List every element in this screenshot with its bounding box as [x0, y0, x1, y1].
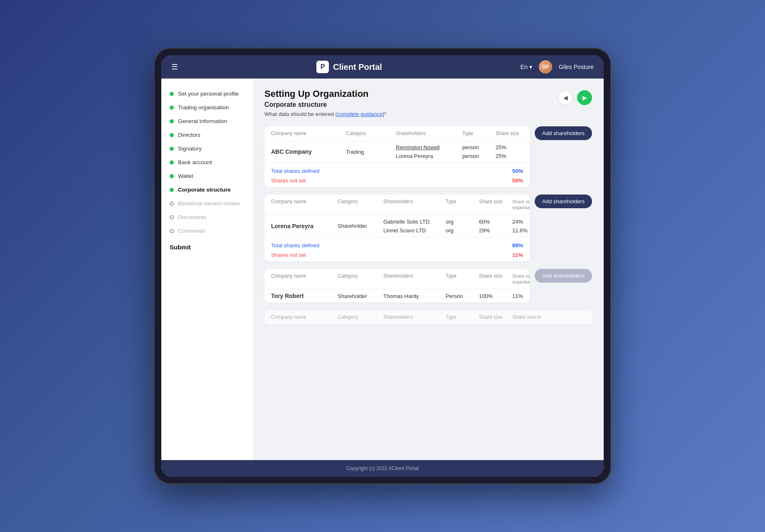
tablet-screen: ☰ P Client Portal En ▾ GP Giles Posture: [161, 55, 604, 477]
submit-label[interactable]: Submit: [161, 238, 253, 256]
nav-left: ☰: [171, 62, 178, 71]
col-type: Type: [446, 273, 479, 285]
share-tory: 100%: [479, 293, 512, 299]
shares-not-set-label: Shares not set: [271, 177, 306, 184]
footer-text: Copyright (c) 2022 #Client Portal: [346, 466, 419, 471]
col-share-size: Share size: [496, 131, 529, 136]
status-dot-filled: [170, 119, 174, 123]
sidebar-item-wallet[interactable]: Wallet: [161, 169, 253, 183]
category-tory: Shareholder: [338, 293, 383, 299]
app-title: Client Portal: [333, 62, 382, 72]
content-wrapper: Setting Up Organization Corporate struct…: [264, 89, 592, 325]
sidebar-item-personal-profile[interactable]: Set your personal profile: [161, 87, 253, 101]
col-category: Category: [338, 273, 383, 285]
type-1: person: [462, 144, 496, 150]
totals-row-lorena-2: Shares not set 11%: [271, 250, 523, 260]
avatar: GP: [539, 60, 552, 74]
trading-share-tory: 11%: [512, 293, 530, 299]
status-dot-empty: [170, 229, 174, 233]
sidebar-label: Corporate structure: [178, 187, 231, 193]
prev-arrow-button[interactable]: ◀: [558, 90, 573, 105]
page-title: Setting Up Organization: [264, 89, 386, 99]
sidebar-label: Directors: [178, 132, 200, 138]
sidebar-label: Documents: [178, 214, 206, 220]
hamburger-icon[interactable]: ☰: [171, 62, 178, 71]
table-card-lorena: Company name Category Shareholders Type …: [264, 195, 530, 261]
nav-right: En ▾ GP Giles Posture: [521, 60, 594, 74]
share-2: 25%: [496, 153, 529, 159]
shares-not-set-label: Shares not set: [271, 252, 306, 258]
guidance-link[interactable]: complete guidance: [337, 111, 382, 117]
col-shareholders: Shareholders: [383, 314, 446, 320]
col-category: Category: [346, 131, 396, 136]
col-type: Type: [446, 199, 479, 211]
shares-abc: 25% 25%: [496, 144, 529, 159]
company-name-tory: Tory Robert: [271, 293, 338, 299]
col-company-name: Company name: [271, 273, 338, 285]
table-row-lorena: Lorena Pereyra Shareholder Gabrielle Sol…: [264, 215, 530, 237]
type-2: org: [446, 227, 479, 234]
status-dot-filled: [170, 147, 174, 151]
total-shares-value: 50%: [512, 168, 523, 174]
table-header-tory: Company name Category Shareholders Type …: [264, 269, 530, 290]
col-shareholders: Shareholders: [383, 199, 446, 211]
col-company-name: Company name: [271, 131, 346, 136]
sidebar-item-signatory[interactable]: Signatory: [161, 142, 253, 155]
lang-label: En: [521, 64, 528, 70]
sidebar-item-directors[interactable]: Directors: [161, 128, 253, 142]
types-abc: person person: [462, 144, 496, 159]
sidebar-label: Signatory: [178, 145, 202, 152]
shareholder-lorena: Lorena Pereyra: [396, 153, 462, 159]
shareholders-lorena: Gabrielle Solis LTD. Linnet Scavo LTD: [383, 219, 446, 234]
total-shares-label: Total shares defined: [271, 168, 319, 174]
sidebar-item-comments[interactable]: Comments: [161, 224, 253, 238]
add-shareholders-btn-abc[interactable]: Add shareholders: [535, 126, 592, 140]
sidebar-item-general-information[interactable]: General information: [161, 114, 253, 128]
company-name-abc: ABC Company: [271, 148, 346, 155]
col-share-size-in: Share size in: [512, 314, 562, 320]
shareholders-abc: Remington Nowell Lorena Pereyra: [396, 144, 462, 159]
table-card-tory: Company name Category Shareholders Type …: [264, 269, 530, 303]
col-share-size-trading: Share size in trading organisation: [512, 273, 530, 285]
language-selector[interactable]: En ▾: [521, 64, 532, 70]
type-2: person: [462, 153, 496, 159]
total-shares-value: 89%: [512, 242, 523, 249]
sidebar-label: Set your personal profile: [178, 91, 239, 97]
sidebar-label: Bank account: [178, 159, 212, 165]
status-dot-empty: [170, 215, 174, 219]
status-dot-filled: [170, 160, 174, 165]
table-section-partial: Company name Category Shareholders Type …: [264, 310, 592, 325]
add-shareholders-btn-lorena[interactable]: Add shareholders: [535, 195, 592, 208]
table-section-abc: Company name Category Shareholders Type …: [264, 126, 592, 187]
type-1: org: [446, 219, 479, 225]
sidebar-label: Beneficial owners review: [178, 200, 240, 207]
sidebar-item-bank-account[interactable]: Bank account: [161, 155, 253, 169]
type-tory: Person: [446, 293, 479, 299]
lang-arrow-icon: ▾: [529, 64, 532, 70]
sidebar-label: Trading organisation: [178, 104, 229, 111]
sidebar-item-corporate-structure[interactable]: Corporate structure: [161, 183, 253, 197]
sidebar: Set your personal profile Trading organi…: [161, 79, 253, 460]
guidance-text: What data should be entered (complete gu…: [264, 111, 386, 117]
section-title: Corporate structure: [264, 101, 386, 108]
top-nav: ☰ P Client Portal En ▾ GP Giles Posture: [161, 55, 604, 79]
col-company-name: Company name: [271, 314, 338, 320]
col-company-name: Company name: [271, 199, 338, 211]
table-card-abc: Company name Category Shareholders Type …: [264, 126, 530, 187]
sidebar-item-documents[interactable]: Documents: [161, 210, 253, 224]
company-name-lorena: Lorena Pereyra: [271, 223, 338, 229]
totals-row-lorena-1: Total shares defined 89%: [271, 241, 523, 250]
col-type: Type: [462, 131, 496, 136]
shares-not-set-value: 50%: [512, 177, 523, 184]
col-share-size: Share size: [479, 273, 512, 285]
share-2: 29%: [479, 227, 512, 234]
sidebar-item-trading-organisation[interactable]: Trading organisation: [161, 101, 253, 114]
trading-shares-lorena: 24% 11.6%: [512, 219, 530, 234]
table-row-tory: Tory Robert Shareholder Thomas Hardy Per…: [264, 289, 530, 303]
totals-row-abc-1: Total shares defined 50%: [271, 166, 523, 176]
next-arrow-button[interactable]: ▶: [577, 90, 592, 105]
table-section-tory: Company name Category Shareholders Type …: [264, 269, 592, 303]
shareholder-remington[interactable]: Remington Nowell: [396, 144, 462, 150]
sidebar-item-beneficial-owners[interactable]: Beneficial owners review: [161, 197, 253, 210]
content-area: Setting Up Organization Corporate struct…: [253, 79, 604, 460]
